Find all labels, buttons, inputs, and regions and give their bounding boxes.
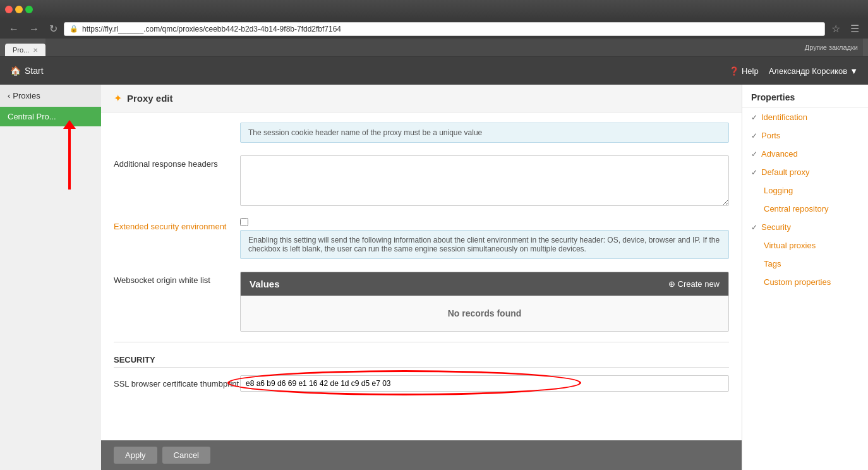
url-text: https://fly.rl______.com/qmc/proxies/cee… — [82, 25, 341, 33]
nav-home[interactable]: 🏠 Start — [10, 66, 44, 76]
create-new-button[interactable]: ⊕ Create new — [668, 279, 720, 289]
websocket-label: Websocket origin white list — [114, 272, 240, 285]
app-container: 🏠 Start ❓ Help Александр Корсиков ▼ ‹ Pr… — [0, 57, 868, 470]
maximize-window-btn[interactable] — [25, 6, 33, 13]
sidebar-back-label: Proxies — [13, 91, 40, 100]
property-item-label: Virtual proxies — [764, 241, 816, 250]
proxy-edit-icon: ✦ — [114, 92, 122, 104]
checkmark-icon: ✓ — [751, 168, 757, 177]
menu-button[interactable]: ☰ — [847, 21, 863, 36]
values-container: Values ⊕ Create new No records found — [240, 272, 729, 332]
browser-top-bar — [0, 0, 868, 19]
values-body: No records found — [241, 296, 728, 331]
property-item-label: Default proxy — [761, 167, 810, 177]
checkmark-icon: ✓ — [751, 113, 757, 122]
property-item-central-repository[interactable]: Central repository — [742, 200, 868, 218]
sidebar-item-central-proxy[interactable]: Central Pro... — [0, 107, 101, 126]
form-content: The session cookie header name of the pr… — [101, 112, 742, 440]
start-label: Start — [25, 66, 44, 76]
checkmark-icon: ✓ — [751, 223, 757, 232]
page-title: Proxy edit — [127, 93, 173, 104]
additional-response-headers-input[interactable] — [240, 155, 729, 206]
tab-label: Pro... — [13, 46, 29, 54]
ssl-label: SSL browser certificate thumbprint — [114, 375, 240, 389]
websocket-values-wrap: Values ⊕ Create new No records found — [240, 272, 729, 332]
property-item-label: Tags — [764, 259, 781, 268]
ssl-thumbprint-input[interactable] — [240, 375, 729, 392]
properties-panel: Properties ✓Identification✓Ports✓Advance… — [742, 85, 868, 470]
create-new-label: Create new — [678, 279, 720, 289]
ssl-thumbprint-row: SSL browser certificate thumbprint — [114, 375, 729, 392]
property-item-security[interactable]: ✓Security — [742, 218, 868, 236]
app-wrapper: 🏠 Start ❓ Help Александр Корсиков ▼ ‹ Pr… — [0, 57, 868, 470]
plus-icon: ⊕ — [668, 279, 675, 289]
values-header: Values ⊕ Create new — [241, 272, 728, 296]
property-item-advanced[interactable]: ✓Advanced — [742, 145, 868, 163]
properties-title: Properties — [742, 85, 868, 108]
active-tab[interactable]: Pro... ✕ — [5, 44, 45, 56]
forward-button[interactable]: → — [25, 22, 43, 36]
section-divider — [114, 342, 729, 342]
bottom-bar: Apply Cancel — [101, 440, 742, 470]
additional-response-headers-wrap — [240, 155, 729, 208]
property-item-label: Advanced — [761, 149, 798, 159]
session-cookie-row: The session cookie header name of the pr… — [114, 123, 729, 145]
property-item-ports[interactable]: ✓Ports — [742, 126, 868, 145]
tab-bar: Pro... ✕ Другие закладки — [0, 39, 868, 56]
checkmark-icon: ✓ — [751, 150, 757, 159]
page-header: ✦ Proxy edit — [101, 85, 742, 112]
lock-icon: 🔒 — [69, 25, 78, 33]
values-title: Values — [250, 279, 280, 289]
extended-security-wrap: Enabling this setting will send the foll… — [240, 218, 729, 262]
property-item-virtual-proxies[interactable]: Virtual proxies — [742, 236, 868, 255]
extended-security-info: Enabling this setting will send the foll… — [240, 230, 729, 259]
property-item-label: Central repository — [764, 204, 829, 214]
bookmarks-bar: Другие закладки — [45, 39, 863, 56]
extended-security-label: Extended security environment — [114, 218, 240, 231]
help-label: Help — [742, 66, 759, 76]
sidebar-active-item-label: Central Pro... — [8, 112, 56, 121]
bookmarks-other[interactable]: Другие закладки — [805, 44, 858, 51]
address-bar[interactable]: 🔒 https://fly.rl______.com/qmc/proxies/c… — [64, 22, 825, 36]
property-item-label: Identification — [761, 112, 807, 122]
back-chevron-icon: ‹ — [8, 91, 10, 100]
user-name: Александр Корсиков — [769, 66, 847, 76]
security-section-header: SECURITY — [114, 355, 729, 368]
property-item-identification[interactable]: ✓Identification — [742, 108, 868, 126]
property-item-default-proxy[interactable]: ✓Default proxy — [742, 163, 868, 181]
property-item-label: Security — [761, 222, 791, 232]
user-dropdown-icon: ▼ — [850, 66, 858, 76]
nav-help[interactable]: ❓ Help — [729, 66, 759, 76]
bookmark-button[interactable]: ☆ — [828, 21, 844, 36]
checkmark-icon: ✓ — [751, 131, 757, 140]
property-item-tags[interactable]: Tags — [742, 255, 868, 273]
reload-button[interactable]: ↻ — [45, 21, 61, 36]
nav-user[interactable]: Александр Корсиков ▼ — [769, 66, 858, 76]
session-cookie-info-wrap: The session cookie header name of the pr… — [240, 123, 729, 145]
ssl-field-wrap — [240, 375, 729, 392]
apply-button[interactable]: Apply — [114, 447, 157, 464]
session-cookie-label-empty — [114, 123, 240, 126]
property-item-logging[interactable]: Logging — [742, 181, 868, 200]
session-cookie-info: The session cookie header name of the pr… — [240, 123, 729, 143]
app-nav: 🏠 Start ❓ Help Александр Корсиков ▼ — [0, 57, 868, 85]
browser-chrome: ← → ↻ 🔒 https://fly.rl______.com/qmc/pro… — [0, 0, 868, 57]
browser-nav-bar: ← → ↻ 🔒 https://fly.rl______.com/qmc/pro… — [0, 19, 868, 39]
sidebar-back-button[interactable]: ‹ Proxies — [0, 85, 101, 107]
additional-response-headers-row: Additional response headers — [114, 155, 729, 208]
extended-security-checkbox[interactable] — [240, 218, 248, 226]
extended-security-checkbox-row — [240, 218, 729, 226]
home-icon: 🏠 — [10, 66, 21, 76]
tab-close-icon[interactable]: ✕ — [33, 47, 38, 54]
help-icon: ❓ — [729, 66, 739, 76]
property-item-custom-properties[interactable]: Custom properties — [742, 273, 868, 291]
property-item-label: Custom properties — [764, 277, 831, 287]
property-item-label: Logging — [764, 186, 793, 195]
cancel-button[interactable]: Cancel — [162, 447, 210, 464]
close-window-btn[interactable] — [5, 6, 13, 13]
sidebar: ‹ Proxies Central Pro... — [0, 85, 101, 470]
minimize-window-btn[interactable] — [15, 6, 23, 13]
no-records-text: No records found — [448, 308, 522, 318]
back-button[interactable]: ← — [5, 22, 23, 36]
extended-security-row: Extended security environment Enabling t… — [114, 218, 729, 262]
